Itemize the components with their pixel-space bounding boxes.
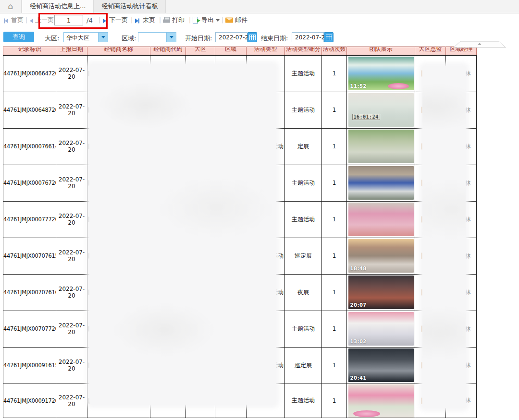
photo-timestamp: 20:07 [350, 302, 367, 308]
record-id-cell: 44761JMJX00091720 [3, 384, 56, 418]
record-id-cell: 44761JMJX00077720 [3, 201, 56, 238]
column-header: 活动类型 [247, 47, 285, 56]
end-date-input[interactable]: 2022-07-21 [292, 32, 324, 42]
mail-button[interactable]: 邮件 [235, 16, 247, 24]
column-header: 大区 [186, 47, 215, 56]
next-page-icon[interactable] [103, 17, 106, 24]
print-button[interactable]: 打印 [172, 16, 185, 24]
separator: | [25, 17, 27, 24]
column-header: 经销商名称 [87, 47, 150, 56]
team-photo-cell: 18:48 [347, 238, 415, 274]
team-photo-cell: 20:07 [347, 274, 415, 311]
collapse-handle[interactable] [453, 41, 507, 48]
first-page-icon[interactable] [4, 17, 8, 24]
area-value [138, 33, 166, 42]
photo-timestamp: 20:41 [350, 375, 367, 381]
prev-page-icon[interactable] [30, 17, 33, 24]
activity-subtype-cell: 主题活动 [285, 201, 322, 238]
mail-icon[interactable] [225, 18, 233, 23]
separator: | [222, 17, 223, 24]
column-header: 上报日期 [56, 47, 87, 56]
tab-dealer-activity-info[interactable]: 经销商活动信息上... [22, 0, 94, 13]
activity-photo[interactable]: 13:02 [348, 312, 414, 346]
activity-subtype-cell: 主题活动 [285, 92, 322, 128]
separator: | [189, 17, 191, 24]
activity-subtype-cell: 巡定展 [285, 347, 322, 384]
blur-overlay-dealer-columns [89, 64, 276, 405]
activity-photo[interactable] [348, 203, 414, 236]
tab-dealer-activity-dashboard[interactable]: 经销商活动统计看板 [94, 0, 166, 13]
activity-subtype-cell: 主题活动 [285, 55, 322, 92]
region-select[interactable]: 华中大区 [63, 32, 108, 42]
start-date-input[interactable]: 2022-07-20 [215, 32, 247, 42]
tab-label: 经销商活动信息上... [30, 2, 86, 10]
app-window: ⌂ 经销商活动信息上... 经销商活动统计看板 首页 | 上一页 | /4 | … [0, 0, 519, 420]
report-date-cell: 2022-07-20 [56, 347, 87, 384]
area-label: 区域: [122, 34, 136, 43]
activity-count-cell: 1 [322, 92, 347, 128]
column-header: 活动类型细分 [285, 47, 322, 56]
export-dropdown-caret[interactable] [216, 19, 220, 22]
record-id-cell: 44761JMJX00648720 [3, 92, 56, 128]
activity-photo[interactable]: 18:48 [348, 239, 414, 273]
activity-count-cell: 1 [322, 201, 347, 238]
activity-count-cell: 1 [322, 55, 347, 92]
separator: | [51, 17, 53, 24]
export-icon[interactable] [193, 17, 200, 24]
column-header: 经销商代码 [150, 47, 186, 56]
report-date-cell: 2022-07-20 [56, 201, 87, 238]
column-header: 团队展示 [347, 47, 415, 56]
activity-count-cell: 1 [322, 311, 347, 347]
activity-photo[interactable] [348, 130, 414, 163]
home-tab[interactable]: ⌂ [0, 0, 22, 13]
activity-count-cell: 1 [322, 238, 347, 274]
print-icon[interactable] [163, 17, 171, 24]
page-number-input[interactable] [54, 15, 83, 25]
column-header: 大区总监 [415, 47, 446, 56]
record-id-cell: 44761JMJX00707615 [3, 238, 56, 274]
activity-photo[interactable] [348, 166, 414, 200]
column-header: 区域 [215, 47, 247, 56]
column-header: 活动次数 [322, 47, 347, 56]
activity-photo[interactable]: 20:07 [348, 276, 414, 309]
last-page-button[interactable]: 末页 [143, 16, 155, 24]
activity-photo[interactable] [348, 384, 414, 418]
start-date-label: 开始日期: [185, 34, 212, 43]
photo-timestamp: 16:01:24 [352, 114, 380, 120]
record-id-cell: 44761JMJX00664720 [3, 55, 56, 92]
activity-count-cell: 1 [322, 128, 347, 165]
activity-count-cell: 1 [322, 347, 347, 384]
next-page-button[interactable]: 下一页 [109, 16, 128, 24]
activity-count-cell: 1 [322, 384, 347, 418]
first-page-button[interactable]: 首页 [11, 16, 24, 24]
record-id-cell: 44761JMJX00076614 [3, 128, 56, 165]
photo-timestamp: 13:02 [350, 339, 367, 344]
report-date-cell: 2022-07-20 [56, 311, 87, 347]
photo-pink-oval [353, 410, 380, 417]
query-button[interactable]: 查询 [3, 32, 34, 42]
activity-photo[interactable]: 11:52 [348, 57, 414, 90]
last-page-icon[interactable] [135, 17, 139, 24]
report-date-cell: 2022-07-20 [56, 165, 87, 201]
team-photo-cell: 11:52 [347, 55, 415, 92]
activity-subtype-cell: 夜展 [285, 274, 322, 311]
calendar-icon[interactable] [247, 32, 257, 42]
region-value: 华中大区 [64, 33, 98, 42]
activity-subtype-cell: 定展 [285, 128, 322, 165]
team-photo-cell [347, 201, 415, 238]
page-total-label: /4 [86, 17, 93, 24]
separator: | [99, 17, 100, 24]
team-photo-cell: 16:01:24 [347, 92, 415, 128]
team-photo-cell [347, 165, 415, 201]
activity-subtype-cell: 主题活动 [285, 384, 322, 418]
export-button[interactable]: 导出 [201, 16, 214, 24]
tab-bar: ⌂ 经销商活动信息上... 经销商活动统计看板 [0, 0, 519, 13]
activity-count-cell: 1 [322, 274, 347, 311]
area-select[interactable] [138, 32, 176, 42]
activity-photo[interactable]: 16:01:24 [348, 93, 414, 127]
chevron-down-icon[interactable] [166, 33, 176, 42]
activity-subtype-cell: 主题活动 [285, 311, 322, 347]
calendar-icon[interactable] [324, 32, 334, 42]
activity-photo[interactable]: 20:41 [348, 348, 414, 382]
chevron-down-icon[interactable] [98, 33, 108, 42]
